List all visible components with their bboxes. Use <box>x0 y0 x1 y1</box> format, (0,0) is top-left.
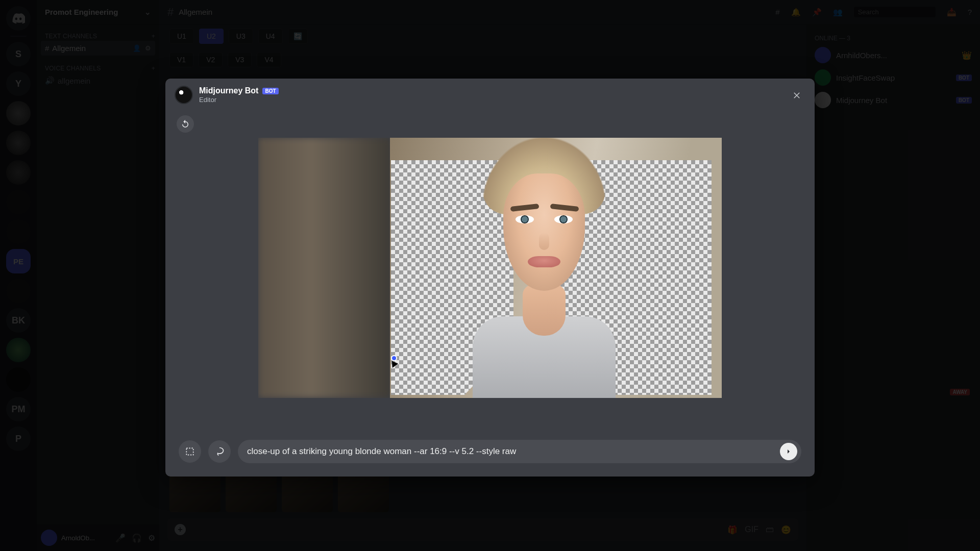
modal-header: Midjourney Bot BOT Editor <box>165 79 815 107</box>
modal-subtitle: Editor <box>199 96 279 104</box>
marquee-icon <box>185 446 195 457</box>
close-button[interactable] <box>788 86 805 104</box>
bot-avatar <box>175 86 193 104</box>
submit-button[interactable] <box>780 443 797 460</box>
undo-button[interactable] <box>177 115 194 133</box>
editor-modal: Midjourney Bot BOT Editor <box>165 79 815 477</box>
marquee-tool-button[interactable] <box>179 440 201 463</box>
image-background-left <box>258 138 391 398</box>
lasso-tool-button[interactable] <box>208 440 231 463</box>
editor-canvas[interactable] <box>258 138 722 398</box>
bot-badge: BOT <box>262 88 278 94</box>
prompt-text: close-up of a striking young blonde woma… <box>247 446 774 457</box>
modal-footer: close-up of a striking young blonde woma… <box>165 429 815 477</box>
editor-canvas-area <box>165 107 815 429</box>
erased-region <box>548 160 712 395</box>
undo-icon <box>181 119 190 129</box>
erased-region <box>391 160 513 395</box>
prompt-input[interactable]: close-up of a striking young blonde woma… <box>238 440 801 463</box>
bot-name: Midjourney Bot <box>199 86 258 95</box>
arrow-right-icon <box>785 447 793 456</box>
close-icon <box>792 90 801 99</box>
lasso-icon <box>214 446 225 457</box>
